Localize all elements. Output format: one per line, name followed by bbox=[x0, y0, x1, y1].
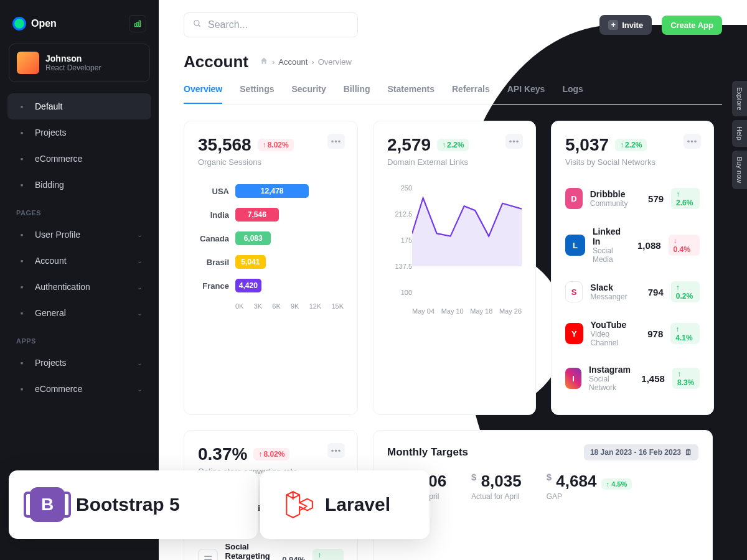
sidebar-toggle[interactable] bbox=[129, 15, 146, 32]
nav-icon: ▪ bbox=[16, 179, 27, 190]
user-name: Johnson bbox=[45, 54, 101, 63]
nav-icon: ▪ bbox=[16, 101, 27, 112]
svg-point-3 bbox=[194, 21, 199, 26]
chevron-right-icon: › bbox=[311, 57, 314, 67]
social-row-linked-in[interactable]: LLinked InSocial Media1,088↓ 0.4% bbox=[565, 218, 700, 273]
crumb-overview: Overview bbox=[318, 57, 352, 67]
sidebar-item-ecommerce[interactable]: ▪eCommerce⌄ bbox=[7, 376, 151, 402]
promo-bootstrap: B Bootstrap 5 bbox=[9, 470, 258, 539]
social-icon: D bbox=[565, 188, 583, 209]
svg-rect-1 bbox=[137, 22, 138, 27]
sidebar-item-bidding[interactable]: ▪Bidding bbox=[7, 172, 151, 198]
conversion-value: 0.37% bbox=[198, 444, 247, 464]
delta-badge: ↑ 2.6% bbox=[671, 188, 700, 209]
tab-referrals[interactable]: Referrals bbox=[452, 78, 490, 104]
brand-logo[interactable]: Open bbox=[12, 17, 57, 30]
invite-button[interactable]: + Invite bbox=[599, 15, 652, 35]
conversion-delta: ↑8.02% bbox=[253, 448, 289, 460]
card-menu-icon[interactable]: ••• bbox=[505, 134, 523, 149]
sidebar-item-ecommerce[interactable]: ▪eCommerce bbox=[7, 146, 151, 172]
side-tab-explore[interactable]: Explore bbox=[732, 81, 747, 116]
chevron-down-icon: ⌄ bbox=[137, 309, 143, 317]
side-tab-buy[interactable]: Buy now bbox=[732, 151, 747, 189]
domain-delta: ↑2.2% bbox=[437, 139, 469, 151]
sidebar-item-general[interactable]: ▪General⌄ bbox=[7, 300, 151, 326]
delta-badge: ↑ 0.2% bbox=[671, 281, 700, 302]
social-icon: S bbox=[565, 281, 583, 302]
nav-icon: ▪ bbox=[16, 153, 27, 164]
tab-billing[interactable]: Billing bbox=[344, 78, 370, 104]
social-row-slack[interactable]: SSlackMessanger794↑ 0.2% bbox=[565, 273, 700, 311]
sidebar-item-user-profile[interactable]: ▪User Profile⌄ bbox=[7, 222, 151, 248]
side-tabs: Explore Help Buy now bbox=[732, 81, 747, 189]
breadcrumb: › Account › Overview bbox=[260, 57, 352, 67]
date-range[interactable]: 18 Jan 2023 - 16 Feb 2023 🗓 bbox=[584, 444, 698, 460]
card-menu-icon[interactable]: ••• bbox=[684, 134, 701, 149]
calendar-icon: 🗓 bbox=[685, 448, 692, 457]
tab-statements[interactable]: Statements bbox=[388, 78, 435, 104]
bar-row-canada: Canada6,083 bbox=[198, 231, 344, 245]
home-icon[interactable] bbox=[260, 57, 268, 67]
social-row-youtube[interactable]: YYouTubeVideo Channel978↑ 4.1% bbox=[565, 311, 700, 356]
delta-badge: ↑ 4.1% bbox=[670, 323, 700, 344]
side-tab-help[interactable]: Help bbox=[732, 120, 747, 147]
chevron-down-icon: ⌄ bbox=[137, 257, 143, 265]
sidebar-item-projects[interactable]: ▪Projects⌄ bbox=[7, 350, 151, 376]
target-col: $ 4,684 ↑ 4.5%GAP bbox=[547, 472, 632, 501]
card-organic-sessions: ••• 35,568 ↑8.02% Organic Sessions USA12… bbox=[184, 121, 358, 415]
avatar bbox=[17, 52, 39, 74]
delta-badge: ↑ 8.3% bbox=[312, 549, 344, 560]
organic-value: 35,568 bbox=[198, 135, 251, 155]
conversion-row: ☰Social RetargetingDirect link clicks0.9… bbox=[198, 536, 344, 560]
bar-row-brasil: Brasil5,041 bbox=[198, 255, 344, 269]
sidebar-item-authentication[interactable]: ▪Authentication⌄ bbox=[7, 274, 151, 300]
domain-value: 2,579 bbox=[387, 135, 431, 155]
tab-logs[interactable]: Logs bbox=[562, 78, 583, 104]
chevron-down-icon: ⌄ bbox=[137, 231, 143, 239]
card-menu-icon[interactable]: ••• bbox=[327, 443, 345, 458]
social-label: Visits by Social Networks bbox=[565, 157, 700, 167]
create-app-button[interactable]: Create App bbox=[662, 16, 722, 35]
nav-icon: ▪ bbox=[16, 307, 27, 319]
card-menu-icon[interactable]: ••• bbox=[327, 134, 345, 149]
organic-axis: 0K3K6K9K12K15K bbox=[198, 302, 344, 310]
search-input[interactable]: Search... bbox=[184, 12, 358, 37]
crumb-account[interactable]: Account bbox=[278, 57, 308, 67]
section-apps: APPS bbox=[7, 326, 151, 350]
sidebar-item-projects[interactable]: ▪Projects bbox=[7, 119, 151, 146]
tab-api-keys[interactable]: API Keys bbox=[507, 78, 545, 104]
targets-title: Monthly Targets bbox=[387, 446, 468, 459]
user-role: React Developer bbox=[45, 63, 101, 72]
social-row-dribbble[interactable]: DDribbbleCommunity579↑ 2.6% bbox=[565, 179, 700, 218]
nav-icon: ▪ bbox=[16, 357, 27, 368]
social-delta: ↑2.2% bbox=[615, 139, 647, 151]
promo-laravel: Laravel bbox=[260, 470, 430, 539]
bar-row-india: India7,546 bbox=[198, 208, 344, 222]
conv-icon: ☰ bbox=[198, 549, 218, 560]
sidebar-item-account[interactable]: ▪Account⌄ bbox=[7, 248, 151, 274]
chevron-down-icon: ⌄ bbox=[137, 283, 143, 291]
social-row-instagram[interactable]: IInstagramSocial Network1,458↑ 8.3% bbox=[565, 356, 700, 401]
page-title: Account bbox=[184, 52, 248, 72]
tab-overview[interactable]: Overview bbox=[184, 78, 222, 104]
sidebar-item-default[interactable]: ▪Default bbox=[7, 93, 151, 119]
domain-chart: 250212.5175137.5100 May 04May 10May 18Ma… bbox=[387, 184, 522, 315]
card-social-visits: ••• 5,037 ↑2.2% Visits by Social Network… bbox=[551, 121, 714, 415]
nav-icon: ▪ bbox=[16, 281, 27, 292]
user-card[interactable]: Johnson React Developer bbox=[9, 44, 150, 82]
bar-row-france: France4,420 bbox=[198, 279, 344, 292]
social-icon: L bbox=[565, 235, 585, 256]
tab-security[interactable]: Security bbox=[292, 78, 326, 104]
area-chart-svg bbox=[412, 184, 522, 266]
section-pages: PAGES bbox=[7, 198, 151, 222]
social-list: DDribbbleCommunity579↑ 2.6%LLinked InSoc… bbox=[565, 179, 700, 401]
nav-icon: ▪ bbox=[16, 127, 27, 138]
tab-settings[interactable]: Settings bbox=[240, 78, 274, 104]
organic-label: Organic Sessions bbox=[198, 157, 344, 167]
organic-delta: ↑8.02% bbox=[258, 139, 294, 151]
target-col: $ 8,035Actual for April bbox=[471, 472, 522, 501]
chevron-right-icon: › bbox=[272, 57, 275, 67]
search-icon bbox=[193, 19, 202, 30]
delta-badge: ↓ 0.4% bbox=[669, 235, 700, 256]
promo-bootstrap-label: Bootstrap 5 bbox=[76, 494, 180, 515]
